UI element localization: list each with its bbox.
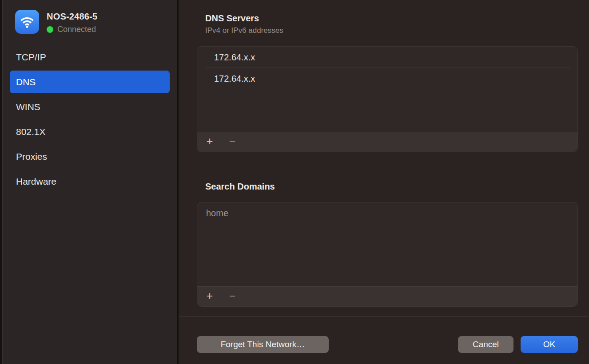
dns-settings-panel: DNS Servers IPv4 or IPv6 addresses 172.6… [179, 0, 589, 364]
sidebar: NOS-2486-5 Connected TCP/IP DNS WINS 802… [3, 0, 179, 364]
wifi-icon [15, 10, 39, 34]
connection-status-label: Connected [57, 25, 96, 34]
sidebar-item-8021x[interactable]: 802.1X [10, 120, 170, 143]
sidebar-item-hardware[interactable]: Hardware [10, 170, 170, 193]
network-name: NOS-2486-5 [47, 12, 97, 22]
dns-server-row[interactable]: 172.64.x.x [197, 68, 577, 89]
toolbar-separator [221, 290, 221, 303]
remove-dns-server-button[interactable]: − [223, 135, 241, 149]
dns-server-value: 172.64.x.x [214, 52, 255, 63]
add-search-domain-button[interactable]: + [201, 289, 219, 304]
dns-servers-title: DNS Servers [197, 12, 578, 24]
network-status: Connected [47, 25, 97, 34]
search-domains-toolbar: + − [197, 286, 577, 306]
search-domains-title: Search Domains [197, 181, 578, 192]
dns-server-value: 172.64.x.x [214, 74, 255, 84]
search-domains-list: home + − [197, 202, 578, 307]
dns-servers-toolbar: + − [197, 132, 577, 152]
footer-divider [179, 316, 589, 317]
network-header: NOS-2486-5 Connected [3, 10, 177, 34]
connected-status-dot-icon [47, 26, 53, 33]
toolbar-separator [221, 136, 221, 148]
dns-servers-list: 172.64.x.x 172.64.x.x + − [197, 46, 578, 152]
sidebar-item-proxies[interactable]: Proxies [10, 145, 170, 168]
search-domain-row[interactable]: home [197, 202, 577, 224]
cancel-button[interactable]: Cancel [458, 336, 513, 353]
ok-button[interactable]: OK [521, 336, 578, 353]
search-domain-value: home [206, 208, 228, 218]
sidebar-item-tcpip[interactable]: TCP/IP [10, 46, 170, 68]
dns-server-row[interactable]: 172.64.x.x [197, 47, 577, 68]
search-domains-rows: home [197, 202, 577, 286]
sidebar-item-wins[interactable]: WINS [10, 95, 170, 118]
network-meta: NOS-2486-5 Connected [47, 10, 97, 34]
add-dns-server-button[interactable]: + [201, 135, 219, 149]
sidebar-item-dns[interactable]: DNS [10, 71, 170, 93]
forget-network-button[interactable]: Forget This Network… [197, 336, 329, 353]
remove-search-domain-button[interactable]: − [223, 289, 241, 304]
dns-servers-subtitle: IPv4 or IPv6 addresses [197, 26, 578, 35]
footer-bar: Forget This Network… Cancel OK [197, 336, 578, 353]
dns-servers-rows: 172.64.x.x 172.64.x.x [197, 47, 577, 132]
sidebar-nav: TCP/IP DNS WINS 802.1X Proxies Hardware [10, 46, 170, 193]
